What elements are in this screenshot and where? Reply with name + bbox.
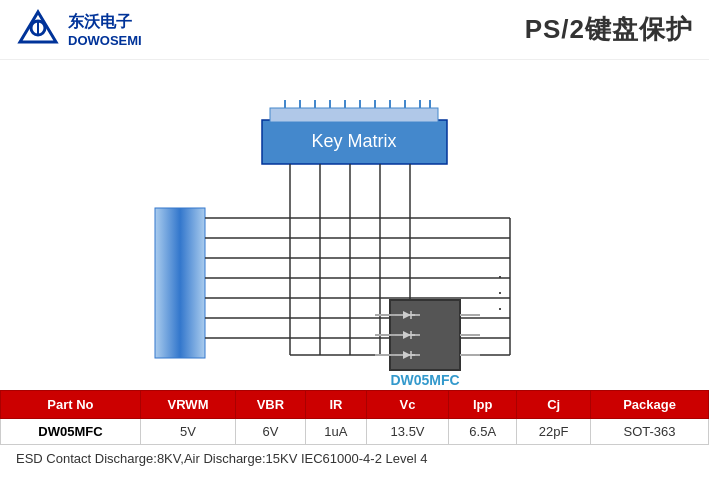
- cell-ipp: 6.5A: [449, 419, 517, 445]
- svg-rect-6: [270, 108, 438, 122]
- page-title: PS/2键盘保护: [525, 12, 693, 47]
- col-package: Package: [591, 391, 709, 419]
- col-cj: Cj: [517, 391, 591, 419]
- col-vbr: VBR: [236, 391, 306, 419]
- data-table: Part No VRWM VBR IR Vc Ipp Cj Package DW…: [0, 390, 709, 445]
- col-part-no: Part No: [1, 391, 141, 419]
- col-vc: Vc: [367, 391, 449, 419]
- cell-vrwm: 5V: [140, 419, 235, 445]
- cell-vbr: 6V: [236, 419, 306, 445]
- cell-ir: 1uA: [305, 419, 366, 445]
- company-name-cn: 东沃电子: [68, 12, 142, 33]
- cell-vc: 13.5V: [367, 419, 449, 445]
- cell-cj: 22pF: [517, 419, 591, 445]
- cell-package: SOT-363: [591, 419, 709, 445]
- svg-text:·: ·: [497, 298, 502, 318]
- footer-text: ESD Contact Discharge:8KV,Air Discharge:…: [16, 451, 427, 466]
- col-ir: IR: [305, 391, 366, 419]
- svg-text:Key Matrix: Key Matrix: [311, 131, 396, 151]
- table-row: DW05MFC 5V 6V 1uA 13.5V 6.5A 22pF SOT-36…: [1, 419, 709, 445]
- diagram-area: Key Matrix: [0, 60, 709, 390]
- cell-part-no: DW05MFC: [1, 419, 141, 445]
- table-header-row: Part No VRWM VBR IR Vc Ipp Cj Package: [1, 391, 709, 419]
- col-ipp: Ipp: [449, 391, 517, 419]
- svg-rect-18: [155, 208, 205, 358]
- footer: ESD Contact Discharge:8KV,Air Discharge:…: [0, 445, 709, 472]
- col-vrwm: VRWM: [140, 391, 235, 419]
- company-name-en: DOWOSEMI: [68, 33, 142, 48]
- logo-area: 东沃电子 DOWOSEMI: [16, 8, 142, 52]
- company-text: 东沃电子 DOWOSEMI: [68, 12, 142, 48]
- circuit-diagram: Key Matrix: [0, 60, 709, 390]
- svg-text:DW05MFC: DW05MFC: [390, 372, 459, 388]
- header: 东沃电子 DOWOSEMI PS/2键盘保护: [0, 0, 709, 60]
- company-logo-icon: [16, 8, 60, 52]
